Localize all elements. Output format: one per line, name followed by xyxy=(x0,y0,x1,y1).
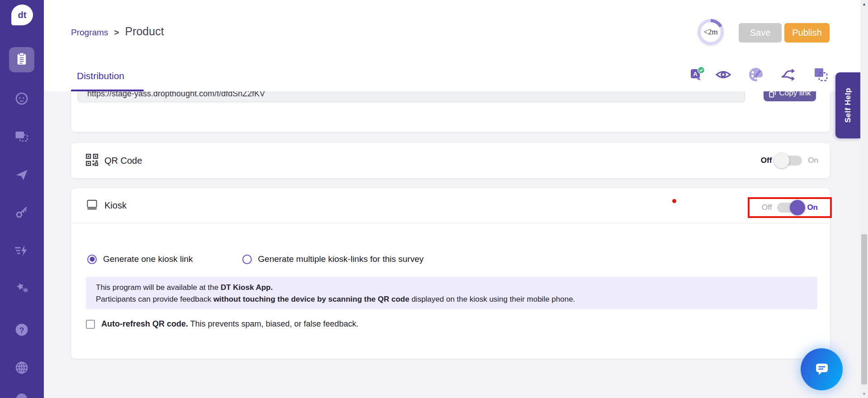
chat-widget-button[interactable] xyxy=(801,348,843,390)
kiosk-toggle-highlight-box: Off On xyxy=(748,197,832,218)
chat-bubble-icon xyxy=(813,360,831,379)
sidebar: dt xyxy=(0,0,44,398)
sidebar-item-assistant[interactable] xyxy=(13,90,31,108)
sidebar-item-quick-launch[interactable] xyxy=(13,242,31,260)
scrollbar-down-arrow[interactable]: ▼ xyxy=(860,392,868,396)
tab-active-underline xyxy=(71,90,144,91)
kiosk-preview-icon[interactable] xyxy=(812,66,830,83)
scrollbar[interactable]: ▲ ▼ xyxy=(860,0,868,398)
self-help-tab[interactable]: Self Help xyxy=(835,72,860,138)
sidebar-item-partial[interactable] xyxy=(16,393,27,398)
breadcrumb-separator: > xyxy=(114,28,119,38)
kiosk-toggle-knob[interactable] xyxy=(790,200,805,215)
qr-code-card: QR Code Off On xyxy=(71,143,830,178)
kiosk-screens-icon xyxy=(14,130,29,143)
auto-refresh-row: Auto-refresh QR code. This prevents spam… xyxy=(86,319,359,329)
paper-plane-icon xyxy=(14,168,29,182)
preview-eye-icon[interactable] xyxy=(715,66,732,83)
sidebar-item-distribute[interactable] xyxy=(13,166,31,184)
theme-palette-icon[interactable] xyxy=(747,66,764,83)
auto-refresh-label[interactable]: Auto-refresh QR code. This prevents spam… xyxy=(101,319,359,329)
dropthought-logo[interactable]: dt xyxy=(11,5,33,25)
breadcrumb: Programs > Product xyxy=(71,25,164,38)
scrollbar-up-arrow[interactable]: ▲ xyxy=(860,2,868,6)
key-icon xyxy=(15,205,28,219)
qr-toggle-group: Off On xyxy=(761,156,818,166)
kiosk-on-label: On xyxy=(807,203,818,212)
sidebar-item-language[interactable] xyxy=(13,359,31,377)
page-title: Product xyxy=(125,25,164,38)
radio-generate-multiple-links[interactable] xyxy=(242,255,252,264)
kiosk-info-line1: This program will be available at the DT… xyxy=(96,282,807,294)
help-question-icon: ? xyxy=(14,322,29,337)
app-window: dt xyxy=(0,0,868,398)
kiosk-title: Kiosk xyxy=(104,200,127,211)
click-indicator-dot xyxy=(672,199,676,203)
kiosk-toggle[interactable] xyxy=(777,203,802,213)
kiosk-card: Kiosk Off On Generate one kiosk link Gen… xyxy=(71,188,830,359)
self-help-label: Self Help xyxy=(844,88,853,123)
kiosk-off-label: Off xyxy=(762,203,772,212)
bot-face-icon xyxy=(14,91,29,106)
sidebar-item-help[interactable]: ? xyxy=(13,321,31,339)
qr-toggle[interactable] xyxy=(778,156,802,166)
sidebar-item-screens[interactable] xyxy=(13,128,31,146)
sidebar-item-integrations[interactable] xyxy=(13,279,31,297)
autosave-timer-label: <2m xyxy=(703,28,717,37)
kiosk-info-box: This program will be available at the DT… xyxy=(86,277,817,309)
publish-button[interactable]: Publish xyxy=(784,23,830,43)
integrations-puzzle-icon xyxy=(14,281,29,294)
qr-code-title: QR Code xyxy=(104,156,142,166)
tab-distribution[interactable]: Distribution xyxy=(77,71,124,81)
kiosk-monitor-icon xyxy=(86,199,98,213)
sidebar-item-access[interactable] xyxy=(13,203,31,221)
qr-toggle-knob[interactable] xyxy=(774,153,789,168)
radio-generate-multiple-label[interactable]: Generate multiple kiosk-links for this s… xyxy=(258,254,424,264)
svg-text:A: A xyxy=(693,71,698,77)
qr-code-icon xyxy=(86,154,98,168)
quick-launch-icon xyxy=(14,244,29,257)
globe-icon xyxy=(14,360,29,375)
kiosk-info-line2: Participants can provide feedback withou… xyxy=(96,294,807,305)
programs-clipboard-icon xyxy=(15,52,28,67)
save-button[interactable]: Save xyxy=(739,23,782,43)
autosave-timer-ring: <2m xyxy=(698,19,724,45)
sidebar-item-programs[interactable] xyxy=(9,47,34,72)
radio-generate-one-link[interactable] xyxy=(87,255,97,264)
qr-off-label: Off xyxy=(761,156,772,165)
logo-text: dt xyxy=(18,10,27,20)
kiosk-card-header: Kiosk Off On xyxy=(71,188,830,223)
svg-text:?: ? xyxy=(19,326,24,335)
share-icon[interactable] xyxy=(780,66,797,83)
breadcrumb-programs-link[interactable]: Programs xyxy=(71,28,108,38)
radio-generate-one-label[interactable]: Generate one kiosk link xyxy=(103,254,193,264)
scrollbar-thumb[interactable] xyxy=(861,234,867,384)
page-header: Programs > Product <2m Save Publish Dist… xyxy=(44,0,860,91)
kiosk-link-options: Generate one kiosk link Generate multipl… xyxy=(87,254,424,264)
auto-refresh-checkbox[interactable] xyxy=(86,320,95,329)
qr-on-label: On xyxy=(808,156,818,165)
translate-check-icon[interactable]: A xyxy=(689,66,707,83)
